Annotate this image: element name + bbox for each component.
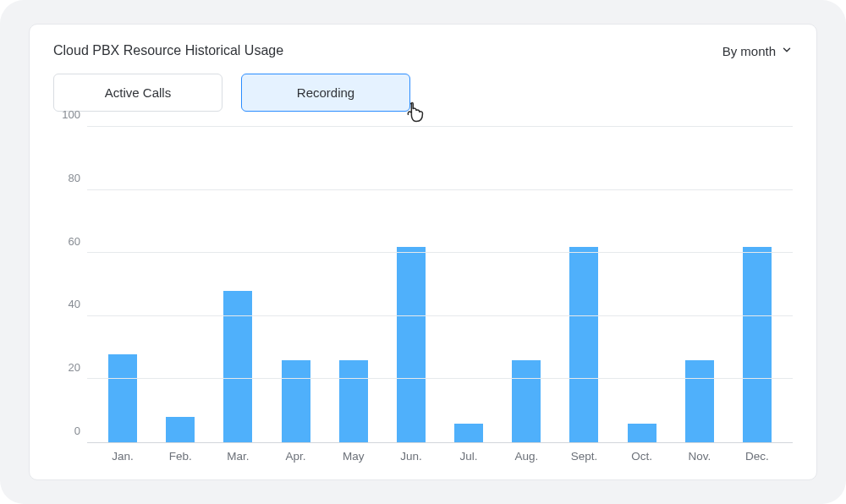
bar-slot [94, 127, 151, 442]
chart-grid [87, 127, 793, 443]
granularity-dropdown[interactable]: By month [722, 44, 793, 58]
gridline [87, 378, 793, 379]
bar-slot [382, 127, 440, 442]
x-axis-tick: Apr. [267, 450, 325, 463]
x-axis-tick: Oct. [613, 450, 671, 463]
x-axis-tick: Mar. [209, 450, 266, 463]
bar-slot [555, 127, 613, 442]
bar [569, 247, 598, 442]
y-axis-tick: 80 [69, 171, 80, 184]
chevron-down-icon [781, 44, 793, 58]
bar-slot [151, 127, 209, 442]
gridline [87, 315, 793, 316]
bar [512, 360, 541, 442]
y-axis-tick: 20 [69, 361, 80, 374]
bar-slot [671, 127, 728, 442]
gridline [87, 126, 793, 127]
bar-slot [613, 127, 671, 442]
bar [454, 424, 483, 442]
x-axis-tick: Jan. [94, 450, 151, 463]
x-axis-tick: Nov. [671, 450, 728, 463]
x-axis-tick: Dec. [728, 450, 786, 463]
x-axis-tick: Aug. [497, 450, 555, 463]
tab-recording[interactable]: Recording [241, 74, 410, 112]
y-axis-tick: 60 [69, 234, 80, 247]
x-axis-tick: Jul. [440, 450, 497, 463]
page-background: Cloud PBX Resource Historical Usage By m… [0, 0, 846, 504]
y-axis-tick: 100 [62, 108, 80, 121]
card-title: Cloud PBX Resource Historical Usage [53, 43, 283, 58]
bar-slot [497, 127, 555, 442]
chart-bars [87, 127, 793, 442]
bar [397, 247, 426, 442]
bar-slot [209, 127, 266, 442]
bar [685, 360, 714, 442]
bar [628, 424, 656, 442]
bar-slot [728, 127, 786, 442]
bar-slot [440, 127, 497, 442]
gridline [87, 189, 793, 190]
x-axis-tick: May [325, 450, 382, 463]
bar [166, 417, 195, 442]
chart-plot: 020406080100 [53, 127, 793, 443]
x-axis-tick: Sept. [555, 450, 613, 463]
gridline [87, 252, 793, 253]
bar-slot [267, 127, 325, 442]
metric-tabs: Active Calls Recording [53, 74, 793, 112]
x-axis: Jan.Feb.Mar.Apr.MayJun.Jul.Aug.Sept.Oct.… [87, 443, 793, 463]
bar [108, 354, 137, 442]
tab-active-calls[interactable]: Active Calls [53, 74, 222, 112]
dropdown-label: By month [722, 44, 776, 58]
bar-slot [325, 127, 382, 442]
card-header: Cloud PBX Resource Historical Usage By m… [53, 43, 793, 58]
bar [282, 360, 310, 442]
chart: 020406080100 Jan.Feb.Mar.Apr.MayJun.Jul.… [53, 127, 793, 463]
bar [339, 360, 368, 442]
y-axis-tick: 0 [74, 425, 80, 437]
x-axis-tick: Feb. [151, 450, 209, 463]
bar [223, 291, 252, 442]
y-axis: 020406080100 [53, 127, 87, 443]
x-axis-tick: Jun. [382, 450, 440, 463]
bar [743, 247, 772, 442]
usage-card: Cloud PBX Resource Historical Usage By m… [29, 24, 817, 480]
y-axis-tick: 40 [69, 298, 80, 310]
